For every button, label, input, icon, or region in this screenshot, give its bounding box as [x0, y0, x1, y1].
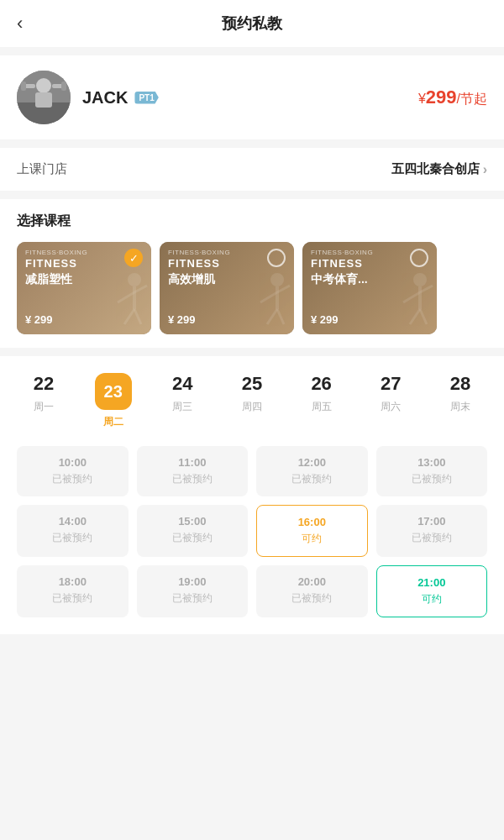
slot-time-label: 19:00 — [178, 575, 206, 588]
cal-date-27: 27 — [381, 373, 401, 395]
store-label: 上课门店 — [17, 161, 67, 177]
slot-time-label: 10:00 — [59, 456, 87, 469]
course-price-2: ¥ 299 — [311, 313, 339, 326]
course-name-2: 中考体育... — [311, 272, 368, 287]
slot-status-label: 已被预约 — [412, 472, 452, 486]
svg-rect-3 — [35, 92, 52, 108]
slot-time-label: 13:00 — [417, 456, 445, 469]
svg-rect-6 — [21, 81, 26, 91]
pt-badge: PT1 — [134, 92, 158, 104]
trainer-name: JACK — [82, 88, 128, 108]
slot-time-label: 21:00 — [417, 576, 445, 589]
slot-status-label: 已被预约 — [412, 531, 452, 545]
course-price-1: ¥ 299 — [168, 313, 196, 326]
store-row[interactable]: 上课门店 五四北秦合创店 › — [0, 148, 504, 191]
cal-weekday-26: 周五 — [312, 400, 332, 414]
cal-weekday-25: 周四 — [242, 400, 262, 414]
svg-line-19 — [277, 309, 284, 324]
calendar-day-22[interactable]: 22 周一 — [17, 373, 71, 429]
course-check-empty-1 — [267, 249, 286, 267]
svg-point-8 — [128, 273, 141, 286]
course-name-0: 减脂塑性 — [25, 272, 72, 287]
svg-point-14 — [270, 273, 284, 286]
trainer-avatar — [17, 71, 71, 124]
course-tag-2: FITNESS·BOXING — [311, 249, 373, 256]
slot-status-label: 已被预约 — [291, 472, 332, 486]
time-slot-1000[interactable]: 10:00 已被预约 — [17, 446, 129, 496]
cal-date-22: 22 — [34, 373, 54, 395]
store-value: 五四北秦合创店 › — [391, 161, 487, 177]
trainer-info-left: JACK PT1 — [17, 71, 159, 124]
slot-status-label: 已被预约 — [172, 591, 213, 606]
svg-line-24 — [410, 309, 420, 324]
course-list: FITNESS·BOXING FITNESS 减脂塑性 ¥ 299 ✓ F — [17, 242, 487, 334]
time-slot-1100[interactable]: 11:00 已被预约 — [137, 446, 249, 496]
slot-time-label: 16:00 — [298, 516, 326, 528]
cal-weekday-24: 周三 — [172, 400, 192, 414]
svg-line-13 — [134, 309, 141, 324]
trainer-name-badge: JACK PT1 — [82, 88, 159, 108]
slot-status-label: 可约 — [302, 532, 322, 546]
slot-status-label: 已被预约 — [52, 531, 92, 545]
slot-status-label: 已被预约 — [172, 472, 213, 486]
calendar-day-23[interactable]: 23 周二 — [87, 373, 140, 429]
course-tag-0: FITNESS·BOXING — [25, 249, 87, 256]
cal-date-26: 26 — [311, 373, 331, 395]
course-type-1: FITNESS — [168, 257, 220, 270]
course-check-icon-0: ✓ — [124, 249, 143, 267]
cal-date-23: 23 — [95, 373, 132, 410]
slot-time-label: 18:00 — [59, 575, 87, 588]
trainer-price: ¥299/节起 — [418, 87, 487, 108]
course-section-title: 选择课程 — [17, 213, 487, 230]
course-name-1: 高效增肌 — [168, 272, 215, 287]
course-card-1[interactable]: FITNESS·BOXING FITNESS 高效增肌 ¥ 299 — [160, 242, 294, 334]
time-slot-2100[interactable]: 21:00 可约 — [376, 565, 488, 617]
cal-date-28: 28 — [450, 373, 470, 395]
calendar-day-26[interactable]: 26 周五 — [295, 373, 349, 429]
page-title: 预约私教 — [222, 13, 282, 34]
calendar-day-25[interactable]: 25 周四 — [225, 373, 279, 429]
svg-line-16 — [260, 292, 277, 302]
time-slot-1700[interactable]: 17:00 已被预约 — [376, 505, 488, 557]
calendar-section: 22 周一 23 周二 24 周三 25 周四 26 周五 27 周六 28 周… — [0, 356, 504, 634]
cal-weekday-27: 周六 — [381, 400, 401, 414]
back-button[interactable]: ‹ — [17, 13, 23, 34]
cal-date-25: 25 — [242, 373, 262, 395]
calendar-day-27[interactable]: 27 周六 — [364, 373, 417, 429]
svg-line-23 — [420, 286, 433, 292]
cal-date-24: 24 — [172, 373, 192, 395]
time-slot-1500[interactable]: 15:00 已被预约 — [137, 505, 249, 557]
trainer-card: JACK PT1 ¥299/节起 — [0, 55, 504, 139]
svg-line-22 — [403, 292, 420, 302]
slot-status-label: 已被预约 — [52, 591, 92, 606]
course-type-2: FITNESS — [311, 257, 363, 270]
time-slot-1400[interactable]: 14:00 已被预约 — [17, 505, 129, 557]
time-slot-1600[interactable]: 16:00 可约 — [256, 505, 368, 557]
slot-time-label: 15:00 — [178, 515, 206, 528]
course-card-0[interactable]: FITNESS·BOXING FITNESS 减脂塑性 ¥ 299 ✓ — [17, 242, 151, 334]
calendar-day-24[interactable]: 24 周三 — [155, 373, 209, 429]
course-price-0: ¥ 299 — [25, 313, 53, 326]
cal-weekday-23: 周二 — [103, 415, 123, 429]
time-slot-2000[interactable]: 20:00 已被预约 — [256, 565, 368, 617]
cal-weekday-22: 周一 — [34, 400, 54, 414]
svg-point-20 — [413, 273, 427, 286]
cal-weekday-28: 周末 — [450, 400, 470, 414]
svg-line-25 — [420, 309, 427, 324]
slot-time-label: 12:00 — [298, 456, 326, 469]
slot-time-label: 11:00 — [178, 456, 206, 469]
svg-line-18 — [267, 309, 277, 324]
svg-line-10 — [118, 292, 134, 302]
calendar-row: 22 周一 23 周二 24 周三 25 周四 26 周五 27 周六 28 周… — [17, 373, 487, 429]
svg-line-17 — [277, 286, 290, 292]
time-slot-1900[interactable]: 19:00 已被预约 — [137, 565, 249, 617]
calendar-day-28[interactable]: 28 周末 — [433, 373, 487, 429]
time-slot-1800[interactable]: 18:00 已被预约 — [17, 565, 129, 617]
time-slot-1300[interactable]: 13:00 已被预约 — [376, 446, 488, 496]
course-card-2[interactable]: FITNESS·BOXING FITNESS 中考体育... ¥ 299 — [302, 242, 437, 334]
slot-status-label: 已被预约 — [291, 591, 332, 606]
time-slot-1200[interactable]: 12:00 已被预约 — [256, 446, 368, 496]
header: ‹ 预约私教 — [0, 0, 504, 47]
chevron-right-icon: › — [483, 162, 487, 177]
slot-status-label: 已被预约 — [52, 472, 92, 486]
